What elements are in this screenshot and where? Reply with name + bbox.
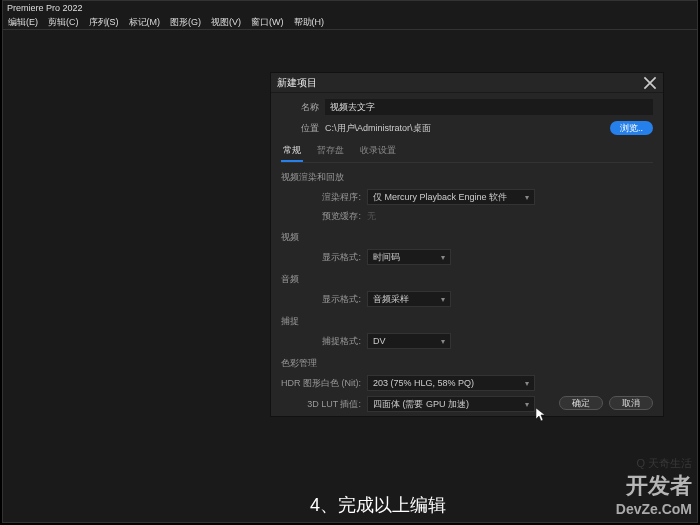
tab-ingest[interactable]: 收录设置 xyxy=(358,141,398,162)
dialog-titlebar: 新建项目 xyxy=(271,73,663,93)
close-icon[interactable] xyxy=(643,76,657,90)
lut-value: 四面体 (需要 GPU 加速) xyxy=(373,398,469,411)
capture-row: 捕捉格式: DV ▾ xyxy=(281,333,653,349)
section-render: 视频渲染和回放 渲染程序: 仅 Mercury Playback Engine … xyxy=(281,171,653,223)
hdr-value: 203 (75% HLG, 58% PQ) xyxy=(373,378,474,388)
ok-button[interactable]: 确定 xyxy=(559,396,603,410)
section-video: 视频 显示格式: 时间码 ▾ xyxy=(281,231,653,265)
video-display-select[interactable]: 时间码 ▾ xyxy=(367,249,451,265)
location-label: 位置 xyxy=(281,122,319,135)
capture-value: DV xyxy=(373,336,386,346)
dialog-body: 名称 位置 C:\用户\Administrator\桌面 浏览.. 常规 暂存盘… xyxy=(271,93,663,423)
section-capture-title: 捕捉 xyxy=(281,315,653,328)
menu-graphics[interactable]: 图形(G) xyxy=(167,15,204,30)
watermark-url: DevZe.CoM xyxy=(616,501,692,517)
watermark-line2: 开发者 xyxy=(616,471,692,501)
section-capture: 捕捉 捕捉格式: DV ▾ xyxy=(281,315,653,349)
capture-label: 捕捉格式: xyxy=(297,335,361,348)
location-value: C:\用户\Administrator\桌面 xyxy=(325,122,604,135)
renderer-row: 渲染程序: 仅 Mercury Playback Engine 软件 ▾ xyxy=(281,189,653,205)
new-project-dialog: 新建项目 名称 位置 C:\用户\Administrator\桌面 浏览.. 常… xyxy=(270,72,664,417)
cancel-button[interactable]: 取消 xyxy=(609,396,653,410)
menu-marker[interactable]: 标记(M) xyxy=(126,15,164,30)
dialog-tabs: 常规 暂存盘 收录设置 xyxy=(281,141,653,163)
hdr-select[interactable]: 203 (75% HLG, 58% PQ) ▾ xyxy=(367,375,535,391)
bottom-caption: 4、完成以上编辑 xyxy=(310,493,446,517)
watermark-line1: Q 天奇生活 xyxy=(616,456,692,471)
preview-cache-row: 预览缓存: 无 xyxy=(281,210,653,223)
chevron-down-icon: ▾ xyxy=(441,295,445,304)
tab-scratch[interactable]: 暂存盘 xyxy=(315,141,346,162)
chevron-down-icon: ▾ xyxy=(525,379,529,388)
lut-select[interactable]: 四面体 (需要 GPU 加速) ▾ xyxy=(367,396,535,412)
video-display-row: 显示格式: 时间码 ▾ xyxy=(281,249,653,265)
video-display-label: 显示格式: xyxy=(297,251,361,264)
lut-label: 3D LUT 插值: xyxy=(281,398,361,411)
tab-general[interactable]: 常规 xyxy=(281,141,303,162)
audio-display-select[interactable]: 音频采样 ▾ xyxy=(367,291,451,307)
preview-cache-value: 无 xyxy=(367,210,376,223)
app-title: Premiere Pro 2022 xyxy=(7,3,83,13)
chevron-down-icon: ▾ xyxy=(525,400,529,409)
renderer-select[interactable]: 仅 Mercury Playback Engine 软件 ▾ xyxy=(367,189,535,205)
chevron-down-icon: ▾ xyxy=(441,337,445,346)
chevron-down-icon: ▾ xyxy=(525,193,529,202)
menu-bar: 编辑(E) 剪辑(C) 序列(S) 标记(M) 图形(G) 视图(V) 窗口(W… xyxy=(3,15,697,29)
renderer-label: 渲染程序: xyxy=(297,191,361,204)
section-color-title: 色彩管理 xyxy=(281,357,653,370)
audio-display-value: 音频采样 xyxy=(373,293,409,306)
preview-cache-label: 预览缓存: xyxy=(297,210,361,223)
section-video-title: 视频 xyxy=(281,231,653,244)
section-audio: 音频 显示格式: 音频采样 ▾ xyxy=(281,273,653,307)
hdr-label: HDR 图形白色 (Nit): xyxy=(281,377,361,390)
menu-window[interactable]: 窗口(W) xyxy=(248,15,287,30)
dialog-title: 新建项目 xyxy=(277,76,317,90)
audio-display-row: 显示格式: 音频采样 ▾ xyxy=(281,291,653,307)
renderer-value: 仅 Mercury Playback Engine 软件 xyxy=(373,191,507,204)
video-display-value: 时间码 xyxy=(373,251,400,264)
dialog-footer: 确定 取消 xyxy=(559,396,653,410)
audio-display-label: 显示格式: xyxy=(297,293,361,306)
hdr-row: HDR 图形白色 (Nit): 203 (75% HLG, 58% PQ) ▾ xyxy=(281,375,653,391)
location-row: 位置 C:\用户\Administrator\桌面 浏览.. xyxy=(281,121,653,135)
menu-help[interactable]: 帮助(H) xyxy=(291,15,328,30)
name-label: 名称 xyxy=(281,101,319,114)
chevron-down-icon: ▾ xyxy=(441,253,445,262)
section-audio-title: 音频 xyxy=(281,273,653,286)
section-render-title: 视频渲染和回放 xyxy=(281,171,653,184)
browse-button[interactable]: 浏览.. xyxy=(610,121,653,135)
menu-clip[interactable]: 剪辑(C) xyxy=(45,15,82,30)
capture-select[interactable]: DV ▾ xyxy=(367,333,451,349)
menu-view[interactable]: 视图(V) xyxy=(208,15,244,30)
mouse-cursor-icon xyxy=(536,408,546,422)
menu-edit[interactable]: 编辑(E) xyxy=(5,15,41,30)
name-input[interactable] xyxy=(325,99,653,115)
menu-sequence[interactable]: 序列(S) xyxy=(86,15,122,30)
title-bar: Premiere Pro 2022 xyxy=(3,1,697,15)
name-row: 名称 xyxy=(281,99,653,115)
watermark: Q 天奇生活 开发者 DevZe.CoM xyxy=(616,456,692,517)
